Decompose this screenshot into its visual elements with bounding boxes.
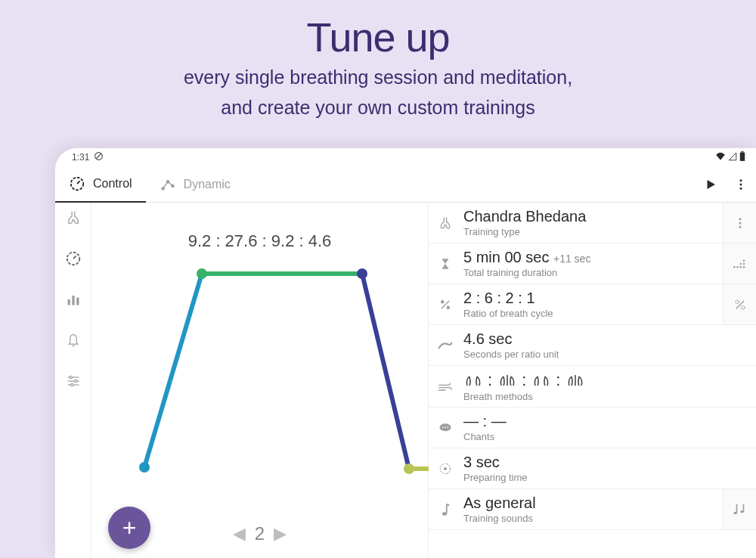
tab-bar: Control Dynamic [55,166,756,203]
breath-methods-value: : : : [463,370,723,390]
percent-icon [429,284,462,324]
row-chants[interactable]: — : — Chants [429,408,756,448]
battery-icon [739,151,745,163]
svg-line-1 [97,153,102,159]
duration-sub: Total training duration [463,267,723,278]
hourglass-icon [429,243,462,284]
pager-number: 2 [255,523,265,544]
gauge-icon [69,175,85,192]
svg-rect-2 [741,151,743,153]
play-button[interactable] [696,178,726,191]
graph-nodes-icon [160,176,176,193]
chants-value: — : — [463,413,723,430]
row-prep-time[interactable]: 3 sec Preparing time [429,448,756,489]
svg-line-9 [163,181,167,188]
per-unit-sub: Seconds per ratio unit [463,349,723,360]
rail-bell-icon[interactable] [64,331,82,349]
rail-stats-icon[interactable] [64,290,82,308]
ratio-advanced-button[interactable] [723,284,756,324]
training-type-value: Chandra Bhedana [463,208,723,225]
svg-line-5 [77,181,80,184]
svg-point-39 [739,265,742,268]
sounds-sub: Training sounds [463,513,723,524]
sounds-value: As general [463,494,723,512]
duration-detail-button[interactable] [723,243,756,284]
main-area: 9.2 : 27.6 : 9.2 : 4.6 + ◀ 2 ▶ [55,203,756,558]
promo-header: Tune up every single breathing session a… [0,0,756,121]
breath-methods-sub: Breath methods [463,391,723,402]
overflow-menu-button[interactable] [726,178,756,191]
wifi-icon [715,152,726,163]
svg-rect-3 [740,153,745,161]
row-sounds[interactable]: As general Training sounds [429,489,756,530]
promo-subtitle-2: and create your own custom trainings [0,95,756,121]
row-ratio[interactable]: 2 : 6 : 2 : 1 Ratio of breath cycle [429,284,756,325]
svg-point-29 [139,462,150,473]
training-type-menu-button[interactable] [723,203,756,243]
svg-point-32 [404,463,414,474]
svg-point-22 [74,380,76,382]
svg-line-15 [73,256,76,259]
svg-point-34 [739,218,741,220]
svg-point-55 [444,467,447,470]
row-duration[interactable]: 5 min 00 sec +11 sec Total training dura… [429,243,756,284]
svg-point-53 [448,426,449,428]
sounds-detail-button[interactable] [723,489,756,529]
countdown-icon [429,448,462,488]
training-type-sub: Training type [463,226,723,237]
chart-pane: 9.2 : 27.6 : 9.2 : 4.6 + ◀ 2 ▶ [91,203,429,558]
svg-point-56 [442,512,447,516]
tab-control[interactable]: Control [55,167,146,203]
svg-point-37 [733,265,736,268]
svg-point-30 [197,268,207,279]
signal-icon [728,152,737,163]
lungs-icon [429,203,462,243]
svg-point-35 [739,222,741,224]
svg-point-20 [70,376,72,378]
promo-title: Tune up [0,14,756,60]
wind-icon [429,366,462,407]
svg-point-24 [70,383,73,386]
svg-point-47 [736,300,739,304]
svg-point-31 [357,268,367,279]
ratio-value: 2 : 6 : 2 : 1 [463,290,723,307]
add-button[interactable]: + [108,507,150,549]
breath-cycle-chart [91,203,429,555]
ratio-sub: Ratio of breath cycle [463,308,723,319]
prep-value: 3 sec [463,454,723,471]
music-note-icon [429,489,462,529]
status-time: 1:31 [72,152,89,163]
status-bar: 1:31 [55,148,756,166]
speed-icon [429,325,462,365]
settings-pane: Chandra Bhedana Training type 5 min 00 s… [429,203,756,558]
pager-prev-icon[interactable]: ◀ [233,524,246,544]
tablet-frame: 1:31 Control Dynamic [55,148,756,558]
svg-rect-17 [72,296,74,305]
promo-subtitle-1: every single breathing session and medit… [0,65,756,91]
svg-point-41 [739,262,742,265]
speech-icon [429,408,462,448]
rail-sliders-icon[interactable] [64,372,82,390]
svg-point-36 [739,225,741,228]
duration-value: 5 min 00 sec [463,249,549,265]
svg-point-42 [742,262,745,265]
per-unit-value: 4.6 sec [463,330,723,348]
svg-point-12 [740,183,742,185]
svg-point-48 [741,305,745,309]
row-breath-methods[interactable]: : : : Breath methods [429,366,756,408]
tab-dynamic[interactable]: Dynamic [146,166,244,202]
svg-line-25 [144,274,202,467]
pager-next-icon[interactable]: ▶ [274,524,287,544]
prep-sub: Preparing time [463,472,723,483]
svg-point-43 [742,259,745,262]
rail-gauge-icon[interactable] [64,250,82,268]
dnd-icon [94,151,104,163]
svg-line-27 [362,274,409,469]
svg-point-52 [445,426,446,428]
chants-sub: Chants [463,431,723,442]
rail-lungs-icon[interactable] [64,209,82,227]
row-per-unit[interactable]: 4.6 sec Seconds per ratio unit [429,325,756,366]
row-training-type[interactable]: Chandra Bhedana Training type [429,203,756,243]
icon-rail [55,203,91,558]
svg-line-10 [168,181,172,186]
